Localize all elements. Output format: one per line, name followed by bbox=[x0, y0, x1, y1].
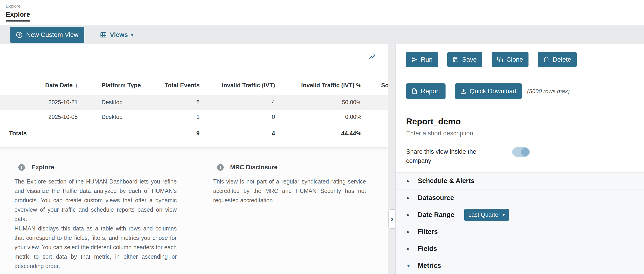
clone-button[interactable]: Clone bbox=[492, 52, 528, 67]
cell-ivt: 4 bbox=[200, 95, 275, 110]
paper-plane-icon bbox=[412, 56, 418, 62]
new-custom-view-label: New Custom View bbox=[26, 31, 78, 38]
accordion-label: Datasource bbox=[418, 194, 454, 202]
column-header-platform-type[interactable]: Platform Type bbox=[102, 76, 156, 95]
accordion-schedule-alerts[interactable]: ▸ Schedule & Alerts bbox=[396, 172, 644, 190]
chevron-right-icon: ▸ bbox=[407, 246, 413, 252]
quick-download-button[interactable]: Quick Download bbox=[455, 84, 522, 99]
toolbar: New Custom View Views ▾ bbox=[0, 26, 644, 44]
plus-circle-icon bbox=[16, 32, 23, 38]
mrc-disclosure-title: MRC Disclosure bbox=[230, 164, 278, 171]
results-table-card: Date Date↓ Platform Type Total Events In… bbox=[0, 44, 388, 147]
trash-icon bbox=[544, 56, 549, 62]
content-area: Date Date↓ Platform Type Total Events In… bbox=[0, 44, 644, 274]
view-description-field[interactable]: Enter a short description bbox=[406, 130, 635, 137]
chevron-right-icon: › bbox=[391, 214, 394, 224]
cell-ivt: 0 bbox=[200, 110, 275, 124]
run-button[interactable]: Run bbox=[406, 52, 438, 67]
column-header-truncated[interactable]: So bbox=[362, 76, 388, 95]
clone-label: Clone bbox=[506, 56, 523, 63]
clone-copy-icon bbox=[497, 56, 503, 62]
table-row: 2025-10-05 Desktop 1 0 0.00% bbox=[0, 110, 388, 124]
chevron-down-icon: ▾ bbox=[407, 262, 413, 269]
delete-button[interactable]: Delete bbox=[538, 52, 576, 67]
chevron-right-icon: ▸ bbox=[407, 212, 413, 218]
cell-total-events: 1 bbox=[156, 110, 200, 124]
cell-total-events: 8 bbox=[156, 95, 200, 110]
chevron-down-icon: ▾ bbox=[131, 32, 134, 38]
panel-divider bbox=[396, 106, 644, 106]
share-toggle[interactable] bbox=[512, 147, 530, 157]
results-column: Date Date↓ Platform Type Total Events In… bbox=[0, 44, 388, 274]
cell-date: 2025-10-05 bbox=[37, 110, 102, 124]
info-circle-icon: i bbox=[217, 164, 224, 171]
explore-info-paragraph: The Explore section of the HUMAN Dashboa… bbox=[14, 177, 177, 224]
accordion-datasource[interactable]: ▸ Datasource bbox=[396, 190, 644, 206]
accordion-label: Fields bbox=[418, 245, 437, 252]
info-circle-icon: i bbox=[18, 164, 25, 171]
column-header-total-events[interactable]: Total Events bbox=[156, 76, 200, 95]
accordion-label: Metrics bbox=[418, 262, 441, 270]
views-label: Views bbox=[110, 31, 128, 38]
totals-ivt-percent: 44.44% bbox=[275, 124, 362, 143]
toggle-knob bbox=[521, 148, 529, 156]
report-label: Report bbox=[421, 88, 440, 95]
accordion-date-range[interactable]: ▸ Date Range Last Quarter ▾ bbox=[396, 206, 644, 223]
header-spacer bbox=[0, 76, 37, 95]
explore-info-paragraph: HUMAN displays this data as a table with… bbox=[14, 224, 177, 271]
view-settings-panel: Run Save bbox=[395, 44, 644, 274]
column-header-date[interactable]: Date Date↓ bbox=[37, 76, 102, 95]
totals-label: Totals bbox=[0, 124, 37, 143]
results-table: Date Date↓ Platform Type Total Events In… bbox=[0, 76, 388, 143]
explore-info-title: Explore bbox=[32, 164, 54, 171]
chevron-right-icon: ▸ bbox=[407, 178, 413, 184]
accordion-label: Filters bbox=[418, 228, 438, 236]
date-range-dropdown[interactable]: Last Quarter ▾ bbox=[464, 209, 509, 221]
rows-max-note: (5000 rows max) bbox=[527, 88, 570, 94]
views-dropdown[interactable]: Views ▾ bbox=[100, 31, 134, 38]
chevron-down-icon: ▾ bbox=[503, 212, 505, 218]
cell-ivt-percent: 50.00% bbox=[275, 95, 362, 110]
cell-date: 2025-10-21 bbox=[37, 95, 102, 110]
save-button[interactable]: Save bbox=[447, 52, 482, 67]
table-header-row: Date Date↓ Platform Type Total Events In… bbox=[0, 76, 388, 95]
settings-accordion: ▸ Schedule & Alerts ▸ Datasource ▸ Date … bbox=[396, 172, 644, 274]
download-icon bbox=[460, 88, 466, 94]
report-buttons-row: Report Quick Download (5000 rows max) bbox=[406, 84, 635, 99]
breadcrumb[interactable]: Explore bbox=[6, 4, 644, 9]
column-header-ivt[interactable]: Invalid Traffic (IVT) bbox=[200, 76, 275, 95]
report-button[interactable]: Report bbox=[406, 84, 446, 99]
action-buttons-row: Run Save bbox=[406, 52, 635, 67]
column-header-ivt-percent[interactable]: Invalid Traffic (IVT) % bbox=[275, 76, 362, 95]
cell-platform: Desktop bbox=[102, 95, 156, 110]
accordion-metrics[interactable]: ▾ Metrics bbox=[396, 257, 644, 274]
save-label: Save bbox=[462, 56, 477, 63]
table-row: 2025-10-21 Desktop 8 4 50.00% bbox=[0, 95, 388, 110]
accordion-label: Date Range bbox=[418, 211, 454, 218]
explore-info-section: i Explore The Explore section of the HUM… bbox=[14, 164, 177, 271]
chart-view-icon[interactable] bbox=[368, 53, 376, 61]
date-range-value: Last Quarter bbox=[468, 212, 500, 218]
panel-gap: › bbox=[388, 44, 395, 274]
share-label: Share this view inside the company bbox=[406, 147, 486, 166]
sort-desc-icon: ↓ bbox=[75, 82, 78, 89]
share-row: Share this view inside the company bbox=[406, 147, 530, 166]
cell-ivt-percent: 0.00% bbox=[275, 110, 362, 124]
cell-platform: Desktop bbox=[102, 110, 156, 124]
page-title: Explore bbox=[6, 11, 30, 22]
view-name-field[interactable]: Report_demo bbox=[406, 117, 635, 126]
run-label: Run bbox=[421, 56, 432, 63]
mrc-disclosure-section: i MRC Disclosure This view is not part o… bbox=[213, 164, 366, 271]
new-custom-view-button[interactable]: New Custom View bbox=[10, 27, 84, 43]
accordion-filters[interactable]: ▸ Filters bbox=[396, 223, 644, 240]
quick-download-label: Quick Download bbox=[470, 88, 516, 95]
delete-label: Delete bbox=[552, 56, 571, 63]
accordion-fields[interactable]: ▸ Fields bbox=[396, 240, 644, 257]
grid-table-icon bbox=[100, 32, 107, 38]
accordion-label: Schedule & Alerts bbox=[418, 177, 474, 185]
column-header-date-label: Date Date bbox=[45, 82, 73, 89]
chevron-right-icon: ▸ bbox=[407, 195, 413, 201]
panel-collapse-handle[interactable]: › bbox=[388, 210, 395, 229]
floppy-save-icon bbox=[453, 56, 459, 62]
totals-row: Totals 9 4 44.44% bbox=[0, 124, 388, 143]
